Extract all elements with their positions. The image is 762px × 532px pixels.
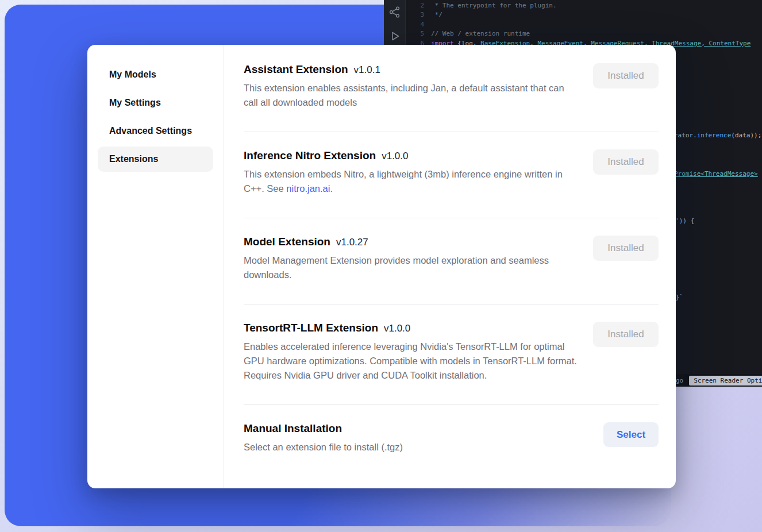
sidebar-item-advanced-settings[interactable]: Advanced Settings: [98, 118, 213, 144]
extensions-list: Assistant Extension v1.0.1 This extensio…: [224, 45, 676, 488]
code-fragment: ')) {: [675, 217, 694, 225]
extension-version: v1.0.1: [354, 64, 380, 76]
installed-button[interactable]: Installed: [593, 322, 659, 347]
screen-reader-badge[interactable]: Screen Reader Optimize: [689, 376, 762, 385]
code-line: 2 * The entrypoint for the plugin.: [406, 1, 762, 10]
extension-name: TensortRT-LLM Extension: [244, 322, 378, 334]
editor-code: 2 * The entrypoint for the plugin. 3 */ …: [406, 1, 762, 48]
extension-name: Assistant Extension: [244, 63, 348, 76]
extension-description: Model Management Extension provides mode…: [244, 253, 578, 282]
line-number: 5: [406, 29, 431, 38]
extension-row-assistant: Assistant Extension v1.0.1 This extensio…: [244, 62, 659, 132]
extension-description: This extension enables assistants, inclu…: [244, 81, 578, 110]
extension-description: This extension embeds Nitro, a lightweig…: [244, 167, 578, 196]
status-text: go: [676, 377, 683, 384]
code-line: 5 // Web / extension runtime: [406, 29, 762, 38]
extension-name: Model Extension: [244, 236, 330, 248]
line-number: 3: [406, 10, 431, 20]
settings-modal: My Models My Settings Advanced Settings …: [87, 45, 676, 488]
extension-version: v1.0.0: [382, 151, 408, 162]
code-line: 4: [406, 20, 762, 29]
extension-version: v1.0.27: [336, 237, 368, 248]
code-text: // Web / extension runtime: [431, 29, 530, 38]
run-debug-icon[interactable]: [388, 30, 401, 43]
sidebar-item-my-settings[interactable]: My Settings: [98, 90, 213, 115]
select-file-button[interactable]: Select: [603, 422, 659, 447]
extension-version: v1.0.0: [384, 323, 410, 334]
installed-button[interactable]: Installed: [593, 236, 659, 261]
code-text: * The entrypoint for the plugin.: [431, 1, 557, 10]
nitro-jan-ai-link[interactable]: nitro.jan.ai: [286, 183, 330, 194]
desktop: 2 * The entrypoint for the plugin. 3 */ …: [0, 0, 762, 532]
sidebar-item-extensions[interactable]: Extensions: [98, 147, 213, 172]
extension-description: Select an extension file to install (.tg…: [244, 440, 403, 454]
code-fragment: Promise<ThreadMessage>: [674, 170, 758, 178]
code-line: 3 */: [406, 10, 762, 20]
installed-button[interactable]: Installed: [593, 63, 659, 88]
source-control-icon[interactable]: [388, 6, 401, 18]
extension-name: Manual Installation: [244, 422, 342, 435]
extension-row-model: Model Extension v1.0.27 Model Management…: [244, 218, 659, 304]
extension-row-tensorrt-llm: TensortRT-LLM Extension v1.0.0 Enables a…: [244, 304, 659, 405]
line-number: 2: [406, 1, 431, 10]
line-number: 4: [406, 20, 431, 29]
extension-name: Inference Nitro Extension: [244, 149, 376, 162]
extension-description: Enables accelerated inference leveraging…: [244, 340, 578, 383]
sidebar-item-my-models[interactable]: My Models: [98, 62, 213, 87]
code-text: */: [431, 10, 442, 20]
extension-row-inference-nitro: Inference Nitro Extension v1.0.0 This ex…: [244, 132, 659, 218]
extension-row-manual-installation: Manual Installation Select an extension …: [244, 405, 659, 454]
settings-sidebar: My Models My Settings Advanced Settings …: [87, 45, 224, 488]
installed-button[interactable]: Installed: [593, 149, 659, 175]
code-fragment: rator.inference(data));: [674, 132, 761, 139]
